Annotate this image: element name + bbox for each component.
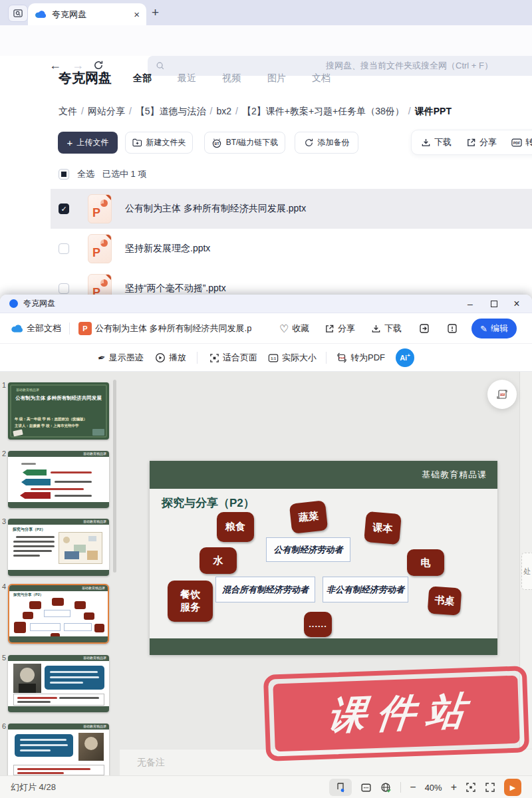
fit-page-icon bbox=[209, 353, 219, 363]
edit-button[interactable]: ✎ 编辑 bbox=[471, 319, 517, 338]
present-play-button[interactable]: ▶ bbox=[504, 779, 521, 796]
fit-screen-icon bbox=[466, 782, 476, 793]
new-folder-button[interactable]: 新建文件夹 bbox=[125, 132, 193, 154]
translate-button[interactable] bbox=[380, 782, 392, 793]
thumbnail-slide-1[interactable]: 基础教育精品课 公有制为主体 多种所有制经济共同发展 年 级：高一年级 学 科：… bbox=[8, 382, 109, 440]
fullscreen-button[interactable] bbox=[485, 782, 495, 793]
slide-canvas: 基础教育精品课 探究与分享（P2） 粮食 蔬菜 课本 水 电 餐饮服务 书桌 .… bbox=[150, 461, 497, 655]
upload-button[interactable]: + 上传文件 bbox=[58, 132, 118, 154]
globe-check-icon bbox=[380, 782, 392, 793]
thumbnail-toggle-button[interactable] bbox=[329, 779, 352, 796]
viewer-statusbar: 幻灯片 4/28 − 40% + bbox=[0, 775, 532, 798]
convert-action[interactable]: PDF 转为 bbox=[511, 136, 532, 148]
file-3-name[interactable]: 坚持“两个毫不动摇”.pptx bbox=[125, 283, 226, 295]
tab-recent[interactable]: 最近 bbox=[178, 72, 196, 84]
slide-counter: 幻灯片 4/28 bbox=[11, 781, 56, 793]
maximize-button[interactable] bbox=[483, 295, 505, 313]
search-input[interactable]: 搜网盘、搜当前文件夹或搜全网（Ctrl + F） bbox=[148, 56, 532, 76]
viewer-toolbar: 全部文档 P 公有制为主体 多种所有制经济共同发展.p ♡ 收藏 分享 下载 bbox=[0, 313, 532, 344]
viewer-window: 夸克网盘 – × 全部文档 P 公有制为主体 多种所有制经济共同发展.p ♡ 收… bbox=[0, 295, 532, 798]
new-tab-button[interactable]: + bbox=[152, 5, 159, 20]
thumbnail-slide-6[interactable]: 基础教育精品课 bbox=[8, 724, 109, 775]
all-docs-button[interactable]: 全部文档 bbox=[11, 313, 61, 344]
favorite-button[interactable]: ♡ 收藏 bbox=[279, 313, 309, 344]
thumbnail-slide-2[interactable]: 基础教育精品课 bbox=[8, 451, 109, 508]
bt-download-button[interactable]: BT BT/磁力链下载 bbox=[204, 132, 285, 154]
quark-cloud-icon bbox=[35, 10, 47, 19]
download-action[interactable]: 下载 bbox=[421, 136, 452, 148]
file-1-name[interactable]: 公有制为主体 多种所有制经济共同发展.pptx bbox=[125, 203, 306, 215]
search-placeholder: 搜网盘、搜当前文件夹或搜全网（Ctrl + F） bbox=[148, 60, 493, 72]
thumbnail-scrollbar[interactable] bbox=[113, 380, 116, 573]
tab-image[interactable]: 图片 bbox=[267, 72, 286, 84]
select-all-checkbox[interactable] bbox=[59, 169, 69, 180]
slide-box-electricity: 电 bbox=[407, 549, 444, 576]
feedback-button[interactable] bbox=[447, 313, 458, 344]
show-ink-button[interactable]: ✒ 显示墨迹 bbox=[98, 344, 144, 372]
window-search-icon[interactable] bbox=[8, 5, 28, 22]
side-panel-handle[interactable]: 处 bbox=[521, 553, 532, 590]
arrow-red bbox=[20, 492, 51, 499]
add-backup-button[interactable]: 添加备份 bbox=[295, 132, 358, 154]
crumb-files[interactable]: 文件 bbox=[59, 106, 77, 116]
tab-video[interactable]: 视频 bbox=[222, 72, 241, 84]
zoom-out-button[interactable]: − bbox=[410, 781, 416, 793]
crumb-bx2[interactable]: bx2 bbox=[216, 106, 231, 116]
portrait-image bbox=[13, 664, 41, 693]
crumb-share[interactable]: 网站分享 bbox=[88, 106, 125, 116]
crumb-subject[interactable]: 【5】道德与法治 bbox=[136, 106, 206, 116]
notes-toggle-button[interactable] bbox=[360, 782, 372, 793]
folder-plus-icon bbox=[132, 138, 142, 147]
minimize-button[interactable]: – bbox=[459, 295, 481, 313]
viewer-download-button[interactable]: 下载 bbox=[371, 313, 402, 344]
fit-screen-button[interactable] bbox=[466, 782, 476, 793]
slide-label-nonpublic: 非公有制经济劳动者 bbox=[323, 577, 408, 602]
select-all-label[interactable]: 全选 bbox=[77, 168, 94, 180]
share-icon bbox=[325, 324, 334, 334]
tab-doc[interactable]: 文档 bbox=[312, 72, 331, 84]
thumbnail-slide-3[interactable]: 基础教育精品课 探究与分享（P2） bbox=[8, 519, 109, 576]
save-to-drive-button[interactable] bbox=[419, 313, 430, 344]
plus-icon: + bbox=[67, 137, 73, 148]
crumb-pack[interactable]: 【2】课件+教案+习题+任务单（38份） bbox=[242, 106, 404, 116]
ppt-file-icon: P bbox=[88, 194, 112, 223]
viewer-subtoolbar: ✒ 显示墨迹 播放 适合页面 1:1 实际大小 PDF 转为PDF Ai+ bbox=[0, 344, 532, 372]
file-row-1[interactable]: ✓ P 公有制为主体 多种所有制经济共同发展.pptx bbox=[51, 189, 532, 229]
thumbnail-slide-5[interactable]: 基础教育精品课 bbox=[8, 655, 109, 712]
play-slideshow-button[interactable]: 播放 bbox=[155, 344, 186, 372]
share-action[interactable]: 分享 bbox=[466, 136, 497, 148]
feedback-icon bbox=[447, 323, 458, 334]
ink-pen-icon: ✒ bbox=[96, 352, 106, 364]
file-2-checkbox[interactable] bbox=[59, 243, 69, 254]
actual-size-button[interactable]: 1:1 实际大小 bbox=[268, 344, 317, 372]
convert-pdf-button[interactable]: PDF 转为PDF bbox=[336, 344, 385, 372]
file-3-checkbox[interactable] bbox=[59, 283, 69, 294]
slide-box-water: 水 bbox=[200, 547, 237, 574]
file-1-checkbox[interactable]: ✓ bbox=[59, 203, 69, 214]
quark-app-icon bbox=[9, 299, 18, 308]
ai-assistant-button[interactable]: Ai+ bbox=[396, 348, 414, 367]
thumbnail-slide-4-selected[interactable]: 基础教育精品课 探究与分享（P2） bbox=[8, 584, 109, 644]
svg-text:PDF: PDF bbox=[513, 141, 521, 145]
fullscreen-icon bbox=[485, 782, 495, 793]
file-2-name[interactable]: 坚持新发展理念.pptx bbox=[125, 243, 210, 255]
fit-page-button[interactable]: 适合页面 bbox=[209, 344, 257, 372]
viewer-share-button[interactable]: 分享 bbox=[325, 313, 355, 344]
quark-cloud-icon bbox=[11, 324, 23, 333]
tab-all[interactable]: 全部 bbox=[133, 72, 152, 84]
books-decoration bbox=[92, 429, 104, 436]
close-button[interactable]: × bbox=[505, 295, 528, 313]
convert-pdf-icon: PDF bbox=[336, 352, 347, 363]
doc-name: 公有制为主体 多种所有制经济共同发展.p bbox=[95, 323, 251, 334]
file-row-2[interactable]: P 坚持新发展理念.pptx bbox=[51, 229, 532, 269]
browser-tab[interactable]: 夸克网盘 × bbox=[28, 3, 146, 25]
slide-title: 探究与分享（P2） bbox=[162, 495, 255, 511]
slide-footer-band bbox=[150, 638, 497, 655]
zoom-level[interactable]: 40% bbox=[425, 783, 442, 793]
svg-text:PDF: PDF bbox=[500, 393, 504, 396]
browser-tabbar: 夸克网盘 × + bbox=[0, 0, 532, 25]
zoom-in-button[interactable]: + bbox=[451, 781, 457, 793]
tab-close-icon[interactable]: × bbox=[134, 9, 140, 20]
svg-text:1:1: 1:1 bbox=[271, 356, 276, 360]
pdf-convert-float-button[interactable]: PDF bbox=[487, 380, 517, 409]
